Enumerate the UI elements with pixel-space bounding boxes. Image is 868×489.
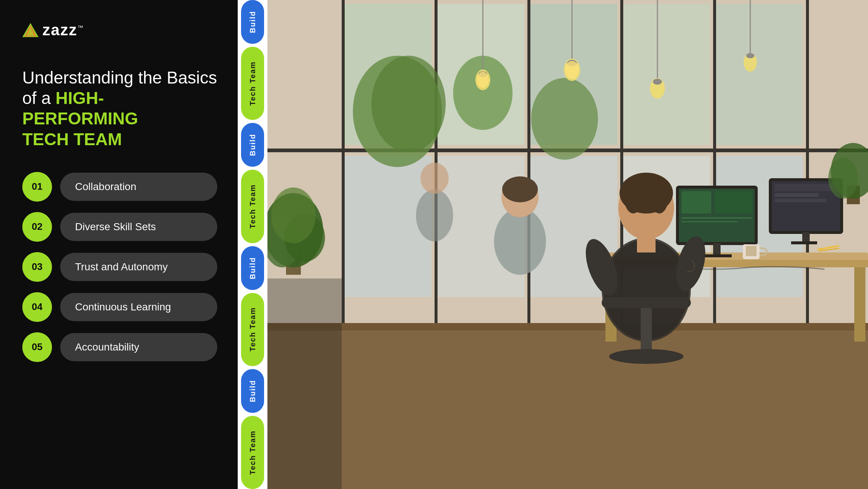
title-line3: TECH TEAM (22, 129, 217, 150)
svg-rect-98 (267, 278, 342, 489)
office-photo (267, 0, 868, 489)
left-panel: zazz™ Understanding the Basics of a HIGH… (0, 0, 238, 489)
item-number-1: 01 (22, 172, 52, 202)
right-panel (267, 0, 868, 489)
strip-pill-blue-2: Build (241, 123, 264, 167)
item-number-3: 03 (22, 252, 52, 282)
list-item: 05 Accountability (22, 332, 217, 362)
item-number-2: 02 (22, 212, 52, 242)
strip-pill-green-4: Tech Team (241, 416, 264, 489)
title-area: Understanding the Basics of a HIGH-PERFO… (22, 68, 217, 150)
strip-pill-text-7: Build (248, 372, 257, 410)
list-item: 01 Collaboration (22, 172, 217, 202)
item-number-4: 04 (22, 292, 52, 322)
strip-pill-green-3: Tech Team (241, 293, 264, 366)
strip-pill-text-3: Build (248, 126, 257, 163)
strip-pill-text-1: Build (248, 3, 257, 40)
strip-pill-blue-4: Build (241, 369, 264, 413)
svg-rect-97 (267, 0, 868, 489)
item-label-1: Collaboration (60, 173, 217, 201)
strip-pill-green-2: Tech Team (241, 170, 264, 243)
strip-pill-text-4: Tech Team (248, 177, 257, 236)
strip-pill-text-8: Tech Team (248, 423, 257, 482)
zazz-logo-icon (22, 23, 39, 37)
logo-text: zazz™ (42, 22, 84, 38)
item-label-4: Continuous Learning (60, 293, 217, 321)
strip-pill-blue-3: Build (241, 246, 264, 290)
strip-pill-text-5: Build (248, 250, 257, 287)
item-label-2: Diverse Skill Sets (60, 213, 217, 241)
strip-pill-text-2: Tech Team (248, 54, 257, 113)
item-label-5: Accountability (60, 333, 217, 361)
list-item: 03 Trust and Autonomy (22, 252, 217, 282)
list-item: 02 Diverse Skill Sets (22, 212, 217, 242)
list-item: 04 Continuous Learning (22, 292, 217, 322)
strip-pill-blue-1: Build (241, 0, 264, 44)
logo-area: zazz™ (22, 22, 217, 38)
items-list: 01 Collaboration 02 Diverse Skill Sets 0… (22, 172, 217, 362)
strip-pill-green-1: Tech Team (241, 47, 264, 120)
title-line1: Understanding the Basics (22, 68, 217, 88)
strip-pill-text-6: Tech Team (248, 300, 257, 359)
item-label-3: Trust and Autonomy (60, 253, 217, 281)
title-line2: of a HIGH-PERFORMING (22, 88, 217, 129)
middle-strip: Build Tech Team Build Tech Team Build Te… (238, 0, 267, 489)
item-number-5: 05 (22, 332, 52, 362)
